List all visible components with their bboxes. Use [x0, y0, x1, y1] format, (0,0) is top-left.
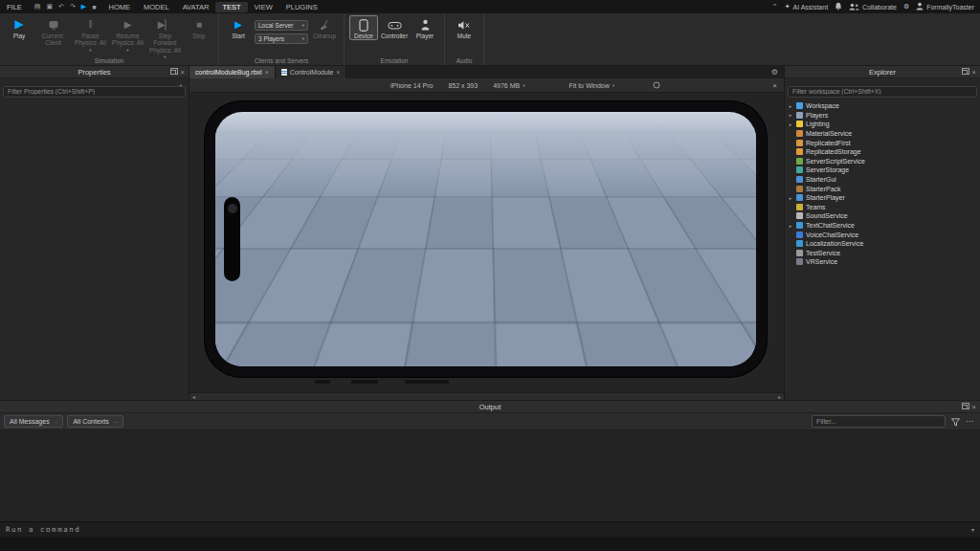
menu-tab-test[interactable]: TEST: [215, 2, 247, 12]
ai-assistant-button[interactable]: ✦ AI Assistant: [785, 3, 828, 11]
quick-stop-icon[interactable]: ■: [92, 4, 96, 11]
pause-physics-button[interactable]: ‖ Pause Physics: All ▾: [73, 15, 108, 53]
ribbon-collapse-icon[interactable]: ⌃: [772, 3, 778, 11]
mute-button[interactable]: Mute: [450, 15, 479, 39]
expand-arrow-icon[interactable]: ▸: [788, 112, 793, 118]
start-server-button[interactable]: ▶ Start: [224, 15, 253, 39]
fit-to-window-dropdown[interactable]: Fit to Window ▾: [568, 82, 614, 89]
item-label: TestService: [806, 250, 840, 256]
tab-place-file[interactable]: controlModuleBug.rbxl ×: [189, 66, 276, 78]
clipboard-icon[interactable]: ▤: [34, 3, 41, 11]
properties-filter-input[interactable]: [3, 86, 186, 98]
explorer-item-replicatedfirst[interactable]: ReplicatedFirst: [785, 138, 980, 147]
quick-play-icon[interactable]: ▶: [81, 3, 86, 11]
explorer-item-teams[interactable]: Teams: [785, 203, 980, 212]
menu-tab-model[interactable]: MODEL: [137, 2, 176, 12]
scroll-right-icon[interactable]: ▸: [778, 394, 781, 400]
explorer-item-replicatedstorage[interactable]: ReplicatedStorage: [785, 147, 980, 157]
item-label: StarterPack: [806, 186, 841, 192]
step-physics-button[interactable]: ▶▏ Step Forward Physics: All ▾: [147, 15, 183, 60]
explorer-item-starterplayer[interactable]: ▸ StarterPlayer: [785, 193, 980, 203]
funnel-filter-icon[interactable]: [951, 413, 960, 430]
explorer-item-localizationservice[interactable]: LocalizationService: [785, 239, 980, 249]
close-icon[interactable]: ×: [972, 403, 976, 411]
stop-label: Stop: [192, 33, 205, 39]
explorer-item-vrservice[interactable]: VRService: [785, 257, 980, 267]
properties-panel: Properties × ▾: [0, 66, 189, 400]
explorer-item-soundservice[interactable]: SoundService: [785, 211, 980, 221]
menu-tab-avatar[interactable]: AVATAR: [176, 2, 216, 12]
cleanup-button[interactable]: Cleanup: [310, 15, 339, 39]
explorer-item-startergui[interactable]: StarterGui: [785, 175, 980, 185]
emulated-screen[interactable]: [215, 112, 756, 366]
controller-emulation-button[interactable]: Controller: [380, 15, 409, 39]
explorer-item-voicechatservice[interactable]: VoiceChatService: [785, 230, 980, 239]
output-filter-input[interactable]: [812, 415, 946, 428]
save-icon[interactable]: ▣: [46, 3, 53, 11]
player-count-dropdown[interactable]: 3 Players ▾: [255, 33, 308, 44]
close-icon[interactable]: ×: [336, 69, 340, 76]
tab-control-module-script[interactable]: ControlModule ×: [276, 66, 347, 78]
device-memory-dropdown[interactable]: 4976 MB ▾: [493, 82, 524, 89]
rotate-device-icon[interactable]: [653, 81, 660, 89]
explorer-filter-input[interactable]: [788, 86, 977, 98]
scroll-left-icon[interactable]: ◂: [192, 394, 195, 400]
expand-arrow-icon[interactable]: ▸: [788, 195, 793, 201]
stop-button[interactable]: ■ Stop: [185, 15, 213, 39]
explorer-item-players[interactable]: ▸ Players: [785, 111, 980, 121]
explorer-item-serverscriptservice[interactable]: ServerScriptService: [785, 157, 980, 166]
chevron-down-icon[interactable]: ▾: [971, 526, 974, 533]
iphone-frame: [205, 101, 767, 377]
expand-arrow-icon[interactable]: ▸: [788, 223, 793, 229]
device-name-dropdown[interactable]: iPhone 14 Pro: [390, 82, 433, 89]
viewport-settings-gear-icon[interactable]: ⚙: [766, 66, 784, 78]
collaborate-button[interactable]: Collaborate: [849, 3, 897, 11]
command-input[interactable]: [6, 525, 971, 534]
float-panel-icon[interactable]: [962, 70, 968, 75]
server-type-dropdown[interactable]: Local Server ▾: [255, 20, 308, 31]
contexts-filter-dropdown[interactable]: All Contexts ⌄: [67, 415, 122, 428]
explorer-item-lighting[interactable]: ▸ Lighting: [785, 120, 980, 129]
expand-arrow-icon[interactable]: ▸: [788, 103, 793, 109]
messages-filter-dropdown[interactable]: All Messages ⌄: [4, 415, 63, 428]
explorer-item-textchatservice[interactable]: ▸ TextChatService: [785, 221, 980, 231]
undo-icon[interactable]: ↶: [58, 3, 64, 11]
resume-physics-button[interactable]: ▶ Resume Physics: All ▾: [110, 15, 145, 53]
voicechatservice-icon: [796, 231, 803, 238]
explorer-item-testservice[interactable]: TestService: [785, 249, 980, 258]
explorer-panel-header[interactable]: Explorer ×: [785, 66, 980, 78]
output-panel-header[interactable]: Output ×: [0, 401, 980, 413]
menu-tab-home[interactable]: HOME: [101, 2, 137, 12]
menu-tab-view[interactable]: VIEW: [248, 2, 279, 12]
output-log-area[interactable]: [0, 430, 980, 521]
file-menu[interactable]: FILE: [0, 3, 29, 11]
close-icon[interactable]: ×: [972, 68, 976, 77]
properties-panel-header[interactable]: Properties ×: [0, 66, 189, 78]
play-button[interactable]: ▶ Play: [5, 15, 33, 39]
more-options-icon[interactable]: ⋯: [966, 417, 973, 426]
close-icon[interactable]: ×: [181, 68, 185, 77]
explorer-item-starterpack[interactable]: StarterPack: [785, 184, 980, 193]
play-label: Play: [13, 33, 26, 39]
menu-tab-plugins[interactable]: PLUGINS: [279, 2, 324, 12]
current-client-button[interactable]: Current: Client: [35, 15, 71, 47]
user-account-button[interactable]: FormallyToaster: [916, 2, 974, 11]
3d-viewport[interactable]: ◂ ▸: [189, 93, 784, 400]
horizontal-scrollbar[interactable]: ◂ ▸: [189, 392, 784, 400]
float-panel-icon[interactable]: [170, 70, 176, 75]
ribbon-group-simulation: ▶ Play Current: Client ‖ Pause Physics: …: [0, 13, 219, 65]
explorer-item-workspace[interactable]: ▸ Workspace: [785, 101, 980, 111]
float-panel-icon[interactable]: [962, 405, 968, 409]
close-icon[interactable]: ×: [265, 69, 269, 76]
player-emulation-button[interactable]: Player: [411, 15, 439, 39]
close-icon[interactable]: ×: [772, 81, 777, 90]
expand-arrow-icon[interactable]: ▸: [788, 121, 793, 127]
settings-gear-icon[interactable]: ⚙: [903, 3, 909, 11]
explorer-item-materialservice[interactable]: MaterialService: [785, 129, 980, 139]
device-emulation-button[interactable]: Device: [349, 15, 378, 40]
notifications-bell-icon[interactable]: [835, 2, 842, 11]
redo-icon[interactable]: ↷: [70, 3, 76, 11]
stop-icon: ■: [196, 18, 202, 32]
explorer-item-serverstorage[interactable]: ServerStorage: [785, 165, 980, 175]
simulation-group-label: Simulation: [0, 57, 218, 64]
